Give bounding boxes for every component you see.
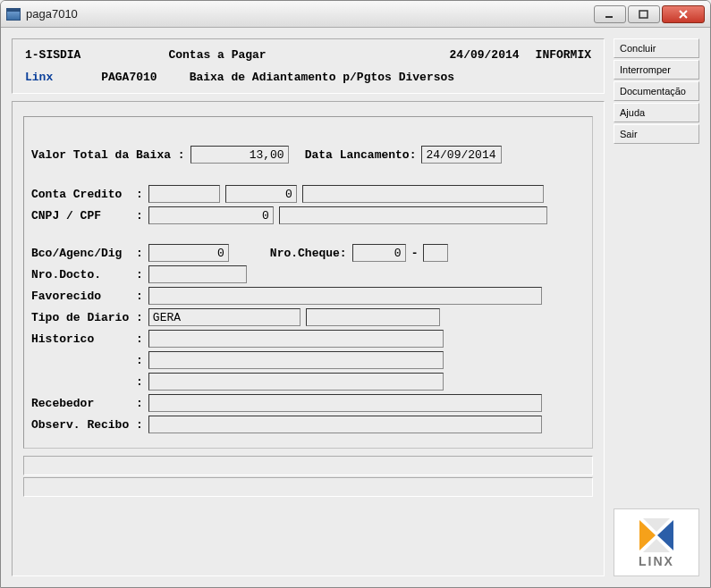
input-recebedor[interactable] (148, 394, 542, 412)
input-bco-agenc-dig[interactable] (148, 244, 229, 262)
brand-label: Linx (25, 71, 53, 84)
sair-button[interactable]: Sair (614, 124, 699, 144)
subtitle: Baixa de Adiantamento p/Pgtos Diversos (190, 71, 454, 84)
sidebar: Concluir Interromper Documentação Ajuda … (614, 38, 699, 576)
label-observ-recibo: Observ. Recibo : (31, 418, 143, 432)
input-historico-1[interactable] (148, 330, 444, 348)
input-data-lancamento[interactable] (421, 146, 502, 164)
input-nro-cheque[interactable] (352, 244, 406, 262)
label-historico-2: : (31, 354, 143, 367)
input-nro-cheque-suf[interactable] (423, 244, 448, 262)
label-recebedor: Recebedor : (31, 397, 143, 410)
ajuda-button[interactable]: Ajuda (614, 103, 699, 122)
label-bco-agenc-dig: Bco/Agenc/Dig : (31, 247, 143, 260)
input-conta-credito-1[interactable] (148, 185, 220, 203)
input-historico-2[interactable] (148, 351, 444, 369)
label-historico: Historico : (31, 332, 143, 346)
documentacao-button[interactable]: Documentação (614, 81, 699, 101)
titlebar: paga7010 (1, 1, 710, 28)
linx-logo: LINX (614, 508, 699, 576)
input-historico-3[interactable] (148, 373, 444, 391)
form-group: Valor Total da Baixa : Data Lancamento: … (23, 116, 593, 449)
header-date: 24/09/2014 (450, 48, 520, 62)
input-favorecido[interactable] (148, 287, 542, 305)
window-frame: paga7010 1-SISDIA Contas a Pagar 24/09/2… (0, 0, 711, 588)
program-code: PAGA7010 (101, 71, 157, 84)
module-title: Contas a Pagar (168, 48, 433, 62)
label-cnpj-cpf: CNPJ / CPF : (31, 209, 143, 223)
status-bar-1 (23, 456, 593, 475)
status-bar-2 (23, 477, 593, 497)
minimize-button[interactable] (594, 5, 626, 23)
linx-logo-icon (636, 517, 677, 554)
label-valor-total: Valor Total da Baixa : (31, 148, 185, 162)
close-button[interactable] (662, 5, 705, 23)
label-tipo-diario: Tipo de Diario : (31, 311, 143, 324)
display-conta-credito-desc (302, 185, 544, 203)
label-nro-cheque: Nro.Cheque: (270, 247, 347, 260)
input-observ-recibo[interactable] (148, 416, 542, 433)
input-tipo-diario[interactable] (148, 308, 300, 326)
maximize-button[interactable] (628, 5, 660, 23)
display-tipo-diario-desc (306, 308, 440, 326)
input-conta-credito-2[interactable] (225, 185, 297, 203)
linx-logo-text: LINX (639, 554, 674, 568)
concluir-button[interactable]: Concluir (614, 38, 699, 58)
label-favorecido: Favorecido : (31, 290, 143, 303)
label-nro-docto: Nro.Docto. : (31, 268, 143, 281)
app-icon (6, 8, 21, 21)
label-conta-credito: Conta Credito : (31, 188, 143, 201)
input-cnpj-cpf[interactable] (148, 206, 274, 224)
window-title: paga7010 (26, 7, 78, 21)
display-cnpj-cpf-desc (279, 206, 547, 224)
svg-rect-0 (605, 16, 613, 18)
header-system: INFORMIX (536, 48, 591, 62)
interromper-button[interactable]: Interromper (614, 60, 699, 80)
label-historico-3: : (31, 375, 143, 389)
input-nro-docto[interactable] (148, 265, 247, 283)
env-label: 1-SISDIA (25, 48, 80, 62)
form-panel: Valor Total da Baixa : Data Lancamento: … (12, 101, 605, 576)
input-valor-total[interactable] (190, 146, 289, 164)
svg-rect-1 (639, 11, 648, 18)
header-panel: 1-SISDIA Contas a Pagar 24/09/2014 INFOR… (12, 38, 605, 94)
label-data-lancamento: Data Lancamento: (305, 148, 417, 162)
